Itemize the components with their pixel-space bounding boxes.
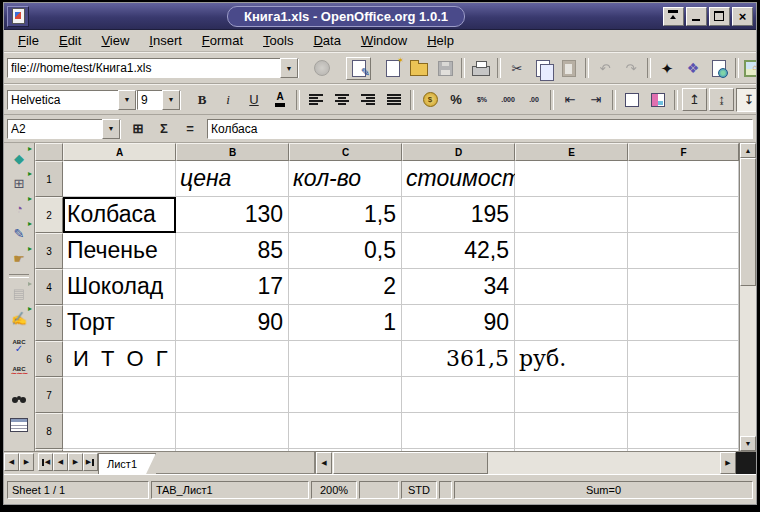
maximize-button[interactable] [709, 7, 730, 26]
cell-A4[interactable]: Шоколад [63, 269, 176, 305]
menu-insert[interactable]: Insert [139, 31, 192, 50]
cell-A1[interactable] [63, 161, 176, 197]
align-bottom-button[interactable]: ↧ [736, 88, 757, 112]
cell-B7[interactable] [176, 377, 289, 413]
app-icon[interactable] [7, 6, 29, 27]
cell-C6[interactable] [289, 341, 402, 377]
cell-A3[interactable]: Печенье [63, 233, 176, 269]
borders-button[interactable] [620, 89, 644, 111]
cell-B8[interactable] [176, 413, 289, 449]
form-functions-icon[interactable]: ☛▸ [7, 246, 31, 271]
cell-D2[interactable]: 195 [402, 197, 515, 233]
font-size-dropdown-button[interactable]: ▼ [162, 90, 180, 110]
cell-E8[interactable] [515, 413, 628, 449]
column-header-D[interactable]: D [402, 143, 515, 161]
column-header-A[interactable]: A [63, 143, 176, 161]
data-sources-icon[interactable] [7, 412, 31, 437]
align-justify-button[interactable] [382, 89, 406, 111]
bold-button[interactable]: B [190, 89, 214, 111]
align-center-button[interactable] [330, 89, 354, 111]
toolbar-scroll-right-button[interactable]: ▶ [19, 453, 34, 471]
select-all-corner[interactable] [35, 143, 63, 161]
increase-indent-button[interactable]: ⇥ [584, 89, 608, 111]
horizontal-scrollbar[interactable]: ◀ ▶ [314, 452, 756, 474]
menu-view[interactable]: View [91, 31, 139, 50]
decrease-indent-button[interactable]: ⇤ [558, 89, 582, 111]
insert-object-icon[interactable]: ◔▸ [7, 196, 31, 221]
spellcheck-icon[interactable]: ABC✓ [7, 334, 31, 359]
cell-F5[interactable] [628, 305, 739, 341]
font-size-input[interactable] [138, 92, 162, 108]
row-header-3[interactable]: 3 [35, 233, 63, 269]
cell-D8[interactable] [402, 413, 515, 449]
row-header-8[interactable]: 8 [35, 413, 63, 449]
cell-D1[interactable]: стоимость [402, 161, 515, 197]
formula-input[interactable] [208, 121, 752, 137]
url-input[interactable] [8, 60, 280, 76]
cell-C3[interactable]: 0,5 [289, 233, 402, 269]
cell-E5[interactable] [515, 305, 628, 341]
choose-themes-icon[interactable]: ✍▸ [7, 306, 31, 331]
toolbar-scroll-left-button[interactable]: ◀ [4, 453, 19, 471]
minimize-button[interactable] [686, 7, 707, 26]
column-header-C[interactable]: C [289, 143, 402, 161]
menu-edit[interactable]: Edit [49, 31, 91, 50]
edit-file-icon[interactable]: ✎ [346, 57, 371, 80]
navigator-icon[interactable]: ✦ [655, 57, 679, 79]
cell-E3[interactable] [515, 233, 628, 269]
last-sheet-button[interactable]: ▶ [83, 453, 98, 471]
background-color-button[interactable] [646, 89, 670, 111]
font-name-dropdown-button[interactable]: ▼ [118, 90, 136, 110]
cell-E1[interactable] [515, 161, 628, 197]
cell-E2[interactable] [515, 197, 628, 233]
hyperlink-document-icon[interactable] [707, 57, 731, 79]
cell-A5[interactable]: Торт [63, 305, 176, 341]
cell-reference-input[interactable] [8, 121, 102, 137]
cell-D3[interactable]: 42,5 [402, 233, 515, 269]
vertical-scrollbar[interactable]: ▲ ▼ [739, 143, 756, 451]
row-header-4[interactable]: 4 [35, 269, 63, 305]
cell-F7[interactable] [628, 377, 739, 413]
cell-B5[interactable]: 90 [176, 305, 289, 341]
menu-file[interactable]: File [8, 31, 49, 50]
cell-F6[interactable] [628, 341, 739, 377]
column-header-B[interactable]: B [176, 143, 289, 161]
find-replace-icon[interactable] [7, 387, 31, 412]
cell-D7[interactable] [402, 377, 515, 413]
scroll-up-button[interactable]: ▲ [740, 143, 756, 158]
row-header-5[interactable]: 5 [35, 305, 63, 341]
cell-D4[interactable]: 34 [402, 269, 515, 305]
scroll-right-button[interactable]: ▶ [720, 452, 736, 474]
cell-F1[interactable] [628, 161, 739, 197]
number-format-percent-button[interactable]: % [444, 89, 468, 111]
align-left-button[interactable] [304, 89, 328, 111]
cell-F8[interactable] [628, 413, 739, 449]
align-center-vertical-button[interactable]: ↨ [709, 88, 734, 111]
row-header-6[interactable]: 6 [35, 341, 63, 377]
insert-cells-icon[interactable]: ⊞▸ [7, 171, 31, 196]
cell-C1[interactable]: кол-во [289, 161, 402, 197]
function-wizard-icon[interactable]: ⊞ [126, 118, 150, 140]
new-document-icon[interactable]: ✶ [381, 57, 405, 79]
close-button[interactable]: × [732, 7, 753, 26]
row-header-7[interactable]: 7 [35, 377, 63, 413]
italic-button[interactable]: i [216, 89, 240, 111]
cell-A8[interactable] [63, 413, 176, 449]
sum-icon[interactable]: Σ [152, 118, 176, 140]
font-color-button[interactable]: A [268, 89, 292, 111]
url-dropdown-button[interactable]: ▼ [280, 58, 298, 78]
cell-A6[interactable]: И Т О Г О [63, 341, 176, 377]
column-header-F[interactable]: F [628, 143, 739, 161]
cell-B2[interactable]: 130 [176, 197, 289, 233]
gallery-icon[interactable]: ⌂ [743, 57, 757, 79]
cell-D5[interactable]: 90 [402, 305, 515, 341]
scroll-left-button[interactable]: ◀ [316, 452, 332, 474]
function-equals-icon[interactable]: = [178, 118, 202, 140]
stylist-icon[interactable]: ❖ [681, 57, 705, 79]
column-header-E[interactable]: E [515, 143, 628, 161]
cell-E4[interactable] [515, 269, 628, 305]
insert-icon[interactable]: ◆▸ [7, 146, 31, 171]
vertical-scroll-thumb[interactable] [740, 158, 756, 286]
align-top-button[interactable]: ↥ [682, 88, 707, 111]
align-right-button[interactable] [356, 89, 380, 111]
